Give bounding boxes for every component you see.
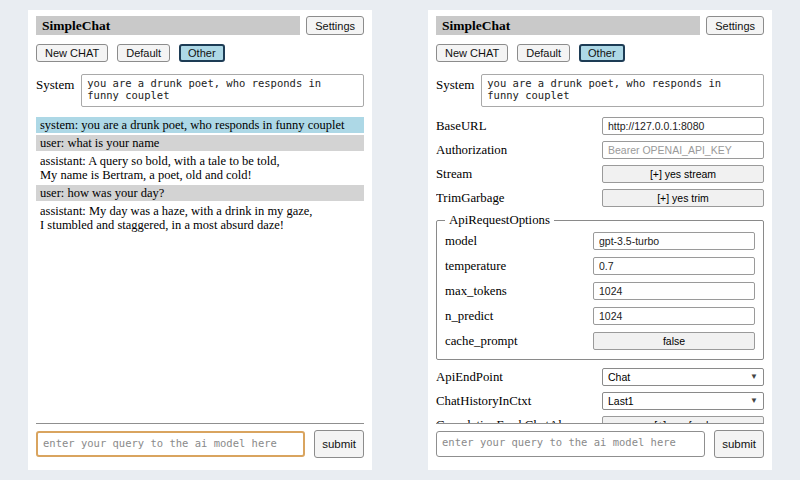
session-tabs: New CHAT Default Other — [436, 44, 764, 62]
setting-row-authorization: Authorization — [436, 141, 764, 159]
query-divider — [36, 423, 364, 424]
settings-button[interactable]: Settings — [706, 16, 764, 35]
chevron-down-icon: ▼ — [750, 373, 758, 381]
session-tab-default[interactable]: Default — [517, 44, 570, 62]
submit-button[interactable]: submit — [714, 430, 764, 458]
settings-panel: SimpleChat Settings New CHAT Default Oth… — [428, 10, 772, 470]
setting-row-apiendpoint: ApiEndPoint Chat ▼ — [436, 368, 764, 386]
trimgarbage-toggle-button[interactable]: [+] yes trim — [602, 189, 764, 207]
max-tokens-label: max_tokens — [445, 284, 507, 299]
max-tokens-input[interactable] — [593, 282, 755, 300]
app-title-bar: SimpleChat — [436, 16, 700, 35]
setting-row-trimgarbage: TrimGarbage [+] yes trim — [436, 189, 764, 207]
header: SimpleChat Settings — [436, 16, 764, 35]
setting-row-stream: Stream [+] yes stream — [436, 165, 764, 183]
model-input[interactable] — [593, 232, 755, 250]
setting-row-model: model — [445, 232, 755, 250]
query-divider — [436, 423, 764, 424]
api-request-options-legend: ApiRequestOptions — [445, 213, 554, 228]
system-prompt-row: System you are a drunk poet, who respond… — [36, 74, 364, 107]
apiendpoint-select[interactable]: Chat ▼ — [602, 368, 764, 386]
submit-button[interactable]: submit — [314, 430, 364, 458]
stream-label: Stream — [436, 167, 472, 182]
n-predict-label: n_predict — [445, 309, 493, 324]
authorization-label: Authorization — [436, 143, 507, 158]
query-input[interactable] — [36, 431, 305, 457]
chathistoryinctxt-select[interactable]: Last1 ▼ — [602, 392, 764, 410]
chat-panel: SimpleChat Settings New CHAT Default Oth… — [28, 10, 372, 470]
apiendpoint-selected-value: Chat — [608, 371, 630, 383]
setting-row-chathistoryinctxt: ChatHistoryInCtxt Last1 ▼ — [436, 392, 764, 410]
app-title: SimpleChat — [42, 18, 110, 33]
baseurl-input[interactable] — [602, 117, 764, 135]
system-prompt-input[interactable]: you are a drunk poet, who responds in fu… — [481, 74, 764, 107]
apiendpoint-label: ApiEndPoint — [436, 370, 503, 385]
cache-prompt-label: cache_prompt — [445, 334, 517, 349]
setting-row-baseurl: BaseURL — [436, 117, 764, 135]
chat-message-user: user: what is your name — [36, 135, 364, 151]
chathistoryinctxt-label: ChatHistoryInCtxt — [436, 394, 531, 409]
session-tab-other[interactable]: Other — [579, 44, 625, 62]
authorization-input[interactable] — [602, 141, 764, 159]
setting-row-max-tokens: max_tokens — [445, 282, 755, 300]
app-title-bar: SimpleChat — [36, 16, 300, 35]
system-prompt-row: System you are a drunk poet, who respond… — [436, 74, 764, 107]
query-row: submit — [436, 430, 764, 458]
session-tab-default[interactable]: Default — [117, 44, 170, 62]
n-predict-input[interactable] — [593, 307, 755, 325]
header: SimpleChat Settings — [36, 16, 364, 35]
setting-row-n-predict: n_predict — [445, 307, 755, 325]
chathistoryinctxt-selected-value: Last1 — [608, 395, 634, 407]
trimgarbage-label: TrimGarbage — [436, 191, 504, 206]
session-tabs: New CHAT Default Other — [36, 44, 364, 62]
stream-toggle-button[interactable]: [+] yes stream — [602, 165, 764, 183]
cache-prompt-toggle-button[interactable]: false — [593, 332, 755, 350]
settings-form: BaseURL Authorization Stream [+] yes str… — [436, 117, 764, 423]
setting-row-cache-prompt: cache_prompt false — [445, 332, 755, 350]
query-input[interactable] — [436, 431, 705, 457]
query-row: submit — [36, 430, 364, 458]
chat-message-system: system: you are a drunk poet, who respon… — [36, 117, 364, 133]
chat-message-assistant: assistant: A query so bold, with a tale … — [36, 153, 364, 183]
completionfreshchatalways-toggle-button[interactable]: [+] yes fresh — [602, 416, 764, 423]
system-prompt-label: System — [436, 74, 474, 107]
temperature-label: temperature — [445, 259, 506, 274]
chat-message-user: user: how was your day? — [36, 185, 364, 201]
new-chat-button[interactable]: New CHAT — [36, 44, 108, 62]
settings-button[interactable]: Settings — [306, 16, 364, 35]
app-title: SimpleChat — [442, 18, 510, 33]
baseurl-label: BaseURL — [436, 119, 486, 134]
setting-row-completionfreshchatalways: CompletionFreshChatAlways [+] yes fresh — [436, 416, 764, 423]
desktop: SimpleChat Settings New CHAT Default Oth… — [0, 0, 800, 480]
chat-message-assistant: assistant: My day was a haze, with a dri… — [36, 203, 364, 233]
chat-log: system: you are a drunk poet, who respon… — [36, 117, 364, 423]
chevron-down-icon: ▼ — [750, 397, 758, 405]
new-chat-button[interactable]: New CHAT — [436, 44, 508, 62]
setting-row-temperature: temperature — [445, 257, 755, 275]
temperature-input[interactable] — [593, 257, 755, 275]
session-tab-other[interactable]: Other — [179, 44, 225, 62]
system-prompt-input[interactable]: you are a drunk poet, who responds in fu… — [81, 74, 364, 107]
model-label: model — [445, 234, 477, 249]
system-prompt-label: System — [36, 74, 74, 107]
api-request-options-fieldset: ApiRequestOptions model temperature max_… — [436, 213, 764, 360]
